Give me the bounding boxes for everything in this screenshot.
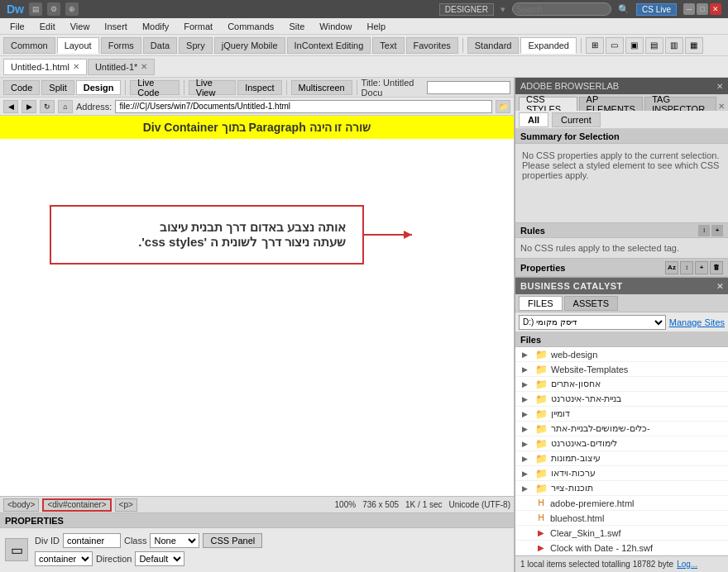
tag-inspector-tab[interactable]: TAG INSPECTOR <box>644 97 716 111</box>
address-input[interactable] <box>115 100 492 113</box>
bc-assets-tab[interactable]: ASSETS <box>564 296 618 311</box>
file-name: bluehost.html <box>550 513 604 523</box>
split-btn[interactable]: Split <box>41 80 74 95</box>
menu-insert[interactable]: Insert <box>98 20 134 33</box>
list-item[interactable]: ▶ 📁 web-design <box>515 347 728 362</box>
ap-elements-tab[interactable]: AP ELEMENTS <box>579 97 644 111</box>
tab-text[interactable]: Text <box>372 37 404 54</box>
tab-untitled1[interactable]: Untitled-1* ✕ <box>88 59 155 75</box>
rules-icon2[interactable]: + <box>711 225 723 236</box>
inspect-btn[interactable]: Inspect <box>237 80 281 95</box>
list-item[interactable]: ▶ Clock with Date - 12h.swf <box>515 541 728 555</box>
add-prop-icon[interactable]: + <box>695 261 708 274</box>
list-item[interactable]: ▶ 📁 אחסון-אתרים <box>515 377 728 392</box>
list-item[interactable]: ▶ 📁 לימודים-באינטרנט <box>515 436 728 451</box>
delete-prop-icon[interactable]: 🗑 <box>710 261 723 274</box>
menu-view[interactable]: View <box>64 20 97 33</box>
list-item[interactable]: ▶ 📁 Website-Templates <box>515 362 728 377</box>
tab-close-btn[interactable]: ✕ <box>73 62 79 71</box>
list-item[interactable]: H bluehost.html <box>515 511 728 526</box>
bc-log-link[interactable]: Log... <box>677 560 697 569</box>
home-button[interactable]: ⌂ <box>58 100 73 113</box>
class-select[interactable]: None <box>150 533 199 548</box>
list-item[interactable]: H adobe-premiere.html <box>515 496 728 511</box>
css-panel-close[interactable]: ✕ <box>718 102 725 111</box>
p-tag[interactable]: <p> <box>115 498 137 512</box>
tab-spry[interactable]: Spry <box>179 37 213 54</box>
sort-icon[interactable]: ↕ <box>680 261 693 274</box>
rules-icon1[interactable]: ↕ <box>698 225 710 236</box>
tab-common[interactable]: Common <box>3 37 55 54</box>
list-item[interactable]: ▶ 📁 עיצוב-תמונות <box>515 451 728 466</box>
list-item[interactable]: ▶ 📁 בניית-אתר-אינטרנט <box>515 392 728 407</box>
list-item[interactable]: ▶ 📁 ערכות-וידאו <box>515 466 728 481</box>
close-button[interactable]: ✕ <box>710 3 721 15</box>
div-button[interactable]: ▭ <box>606 37 624 54</box>
tab-standard[interactable]: Standard <box>467 37 520 54</box>
design-btn[interactable]: Design <box>76 80 122 95</box>
tab-forms[interactable]: Forms <box>101 37 141 54</box>
layout-btn5[interactable]: ▥ <box>665 37 683 54</box>
menu-edit[interactable]: Edit <box>33 20 62 33</box>
menu-format[interactable]: Format <box>177 20 219 33</box>
live-view-btn[interactable]: Live View <box>189 80 236 95</box>
manage-sites-link[interactable]: Manage Sites <box>669 317 725 327</box>
tab-data[interactable]: Data <box>143 37 177 54</box>
menu-window[interactable]: Window <box>313 20 358 33</box>
menu-help[interactable]: Help <box>360 20 392 33</box>
menu-site[interactable]: Site <box>282 20 311 33</box>
current-subtab[interactable]: Current <box>552 112 601 127</box>
div-container-tag[interactable]: <div#container> <box>42 498 111 512</box>
tab-untitled1-html[interactable]: Untitled-1.html ✕ <box>3 59 87 75</box>
cs-live-button[interactable]: CS Live <box>636 3 677 16</box>
browserlab-close-btn[interactable]: ✕ <box>716 82 723 91</box>
search-input[interactable] <box>512 2 611 16</box>
list-item[interactable]: ▶ 📁 דומיין <box>515 407 728 422</box>
more-icon[interactable]: ⊕ <box>65 2 79 16</box>
tab-incontext-editing[interactable]: InContext Editing <box>287 37 371 54</box>
forward-button[interactable]: ▶ <box>22 100 36 113</box>
status-info: 100% 736 x 505 1K / 1 sec Unicode (UTF-8… <box>335 500 510 509</box>
live-code-btn[interactable]: Live Code <box>130 80 180 95</box>
list-item[interactable]: ▶ 📁 תוכנות-צייר <box>515 481 728 496</box>
css-panel-btn[interactable]: CSS Panel <box>203 533 262 548</box>
direction-select[interactable]: Default <box>135 551 184 566</box>
layout-btn3[interactable]: ▣ <box>625 37 644 54</box>
layout-btn4[interactable]: ▤ <box>645 37 663 54</box>
all-subtab[interactable]: All <box>519 112 548 127</box>
tab-jquery-mobile[interactable]: jQuery Mobile <box>214 37 285 54</box>
div-id-input[interactable] <box>63 533 121 548</box>
app-menu-icon[interactable]: ▤ <box>29 2 42 16</box>
refresh-button[interactable]: ↻ <box>40 100 55 113</box>
menu-commands[interactable]: Commands <box>221 20 280 33</box>
minimize-button[interactable]: ─ <box>683 3 695 15</box>
menu-file[interactable]: File <box>3 20 31 33</box>
browse-button[interactable]: 📁 <box>496 100 510 113</box>
layout-btn6[interactable]: ▦ <box>685 37 703 54</box>
title-input[interactable] <box>427 81 510 94</box>
menu-modify[interactable]: Modify <box>136 20 175 33</box>
container-select[interactable]: container <box>35 551 93 566</box>
folder-icon: 📁 <box>535 483 548 494</box>
list-item[interactable]: ▶ 📁 כלים-שימושים-לבניית-אתר- <box>515 422 728 436</box>
table-button[interactable]: ⊞ <box>586 37 604 54</box>
list-item[interactable]: ▶ Clear_Skin_1.swf <box>515 526 728 541</box>
body-tag[interactable]: <body> <box>3 498 39 512</box>
direction-label: Direction <box>96 554 132 564</box>
tab-favorites[interactable]: Favorites <box>406 37 458 54</box>
code-btn[interactable]: Code <box>3 80 40 95</box>
tab-layout[interactable]: Layout <box>57 37 99 54</box>
css-styles-tab[interactable]: CSS STYLES <box>519 97 577 111</box>
file-name: adobe-premiere.html <box>550 498 635 508</box>
tab-close-btn2[interactable]: ✕ <box>141 62 147 71</box>
settings-icon[interactable]: ⚙ <box>47 2 60 16</box>
maximize-button[interactable]: □ <box>697 3 708 15</box>
folder-icon: 📁 <box>535 393 548 405</box>
bc-files-tab[interactable]: FILES <box>519 296 563 311</box>
bc-close-btn[interactable]: ✕ <box>716 282 724 291</box>
tab-expanded[interactable]: Expanded <box>520 37 577 54</box>
multiscreen-btn[interactable]: Multiscreen <box>291 80 352 95</box>
bc-location-select[interactable]: D:) דיסק מקומי <box>519 315 666 330</box>
sort-az-icon[interactable]: Az <box>665 261 678 274</box>
back-button[interactable]: ◀ <box>3 100 18 113</box>
